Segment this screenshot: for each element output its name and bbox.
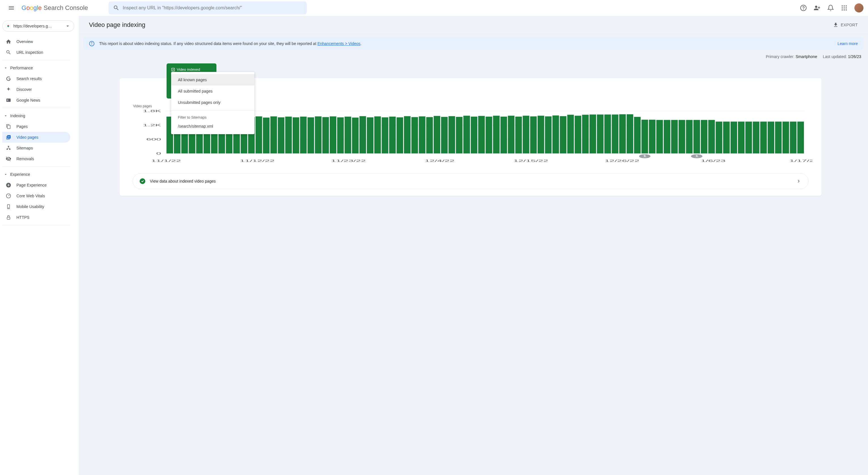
svg-rect-70	[426, 117, 433, 154]
nav-mobile-usability[interactable]: Mobile Usability	[2, 201, 70, 212]
chevron-down-icon	[3, 172, 8, 177]
dropdown-divider	[171, 110, 254, 111]
view-indexed-data-button[interactable]: View data about indexed video pages	[132, 173, 808, 189]
checkbox-icon	[171, 68, 175, 72]
property-url: https://developers.g…	[13, 24, 62, 28]
dropdown-option-unsubmitted[interactable]: Unsubmitted pages only	[171, 97, 254, 108]
main-header: Video page indexing EXPORT	[79, 16, 868, 34]
property-selector[interactable]: https://developers.g…	[2, 21, 74, 32]
svg-point-5	[846, 5, 847, 6]
svg-rect-50	[278, 117, 284, 154]
svg-point-25	[92, 42, 92, 43]
dropdown-sitemap-option[interactable]: /search/sitemap.xml	[171, 121, 254, 132]
nav-label: Sitemaps	[17, 146, 33, 150]
news-icon	[6, 97, 11, 103]
url-inspection-search[interactable]	[108, 1, 307, 14]
svg-text:Google: Google	[22, 4, 42, 11]
nav-label: HTTPS	[17, 215, 29, 220]
nav-removals[interactable]: Removals	[2, 154, 70, 164]
svg-rect-116	[768, 122, 774, 154]
svg-rect-67	[404, 116, 410, 154]
svg-point-10	[844, 9, 845, 10]
nav-pages[interactable]: Pages	[2, 121, 70, 132]
svg-rect-13	[7, 100, 8, 100]
svg-rect-85	[538, 116, 544, 154]
svg-rect-62	[367, 117, 373, 154]
nav-discover[interactable]: Discover	[2, 84, 70, 95]
svg-rect-52	[292, 117, 299, 154]
nav-search-results[interactable]: Search results	[2, 73, 70, 84]
nav-url-inspection[interactable]: URL inspection	[2, 47, 70, 58]
svg-rect-99	[641, 120, 648, 154]
svg-rect-71	[434, 116, 440, 154]
svg-text:1.8K: 1.8K	[143, 109, 161, 113]
svg-text:11/23/22: 11/23/22	[331, 159, 366, 163]
svg-text:600: 600	[146, 138, 161, 141]
person-add-icon	[814, 4, 820, 11]
learn-more-link[interactable]: Learn more	[837, 41, 858, 46]
nav-sitemaps[interactable]: Sitemaps	[2, 143, 70, 154]
hamburger-menu-button[interactable]	[4, 1, 18, 15]
dropdown-filter-header: Filter to Sitemaps	[171, 113, 254, 121]
svg-rect-97	[627, 114, 633, 154]
nav-section-performance[interactable]: Performance	[2, 63, 79, 73]
svg-text:1: 1	[694, 155, 699, 158]
nav-overview[interactable]: Overview	[2, 36, 70, 47]
svg-rect-109	[716, 122, 722, 154]
section-label: Performance	[10, 66, 33, 70]
nav-section-experience[interactable]: Experience	[2, 169, 79, 180]
home-icon	[6, 39, 11, 44]
svg-rect-91	[582, 115, 589, 154]
last-updated: Last updated: 1/26/23	[823, 54, 861, 59]
svg-rect-96	[619, 114, 626, 154]
search-input[interactable]	[123, 5, 302, 10]
svg-rect-75	[463, 116, 470, 154]
plus-circle-icon	[6, 182, 11, 188]
account-avatar[interactable]	[855, 3, 864, 12]
nav-google-news[interactable]: Google News	[2, 95, 70, 106]
svg-rect-82	[515, 116, 522, 154]
nav-page-experience[interactable]: Page Experience	[2, 180, 70, 191]
users-button[interactable]	[811, 2, 823, 13]
svg-rect-80	[501, 116, 507, 154]
svg-text:11/12/22: 11/12/22	[240, 159, 275, 163]
info-icon	[89, 41, 95, 46]
dropdown-option-all-known[interactable]: All known pages	[171, 74, 254, 86]
svg-rect-106	[693, 120, 700, 154]
svg-rect-105	[686, 120, 693, 154]
svg-rect-17	[9, 148, 10, 150]
svg-rect-77	[478, 116, 485, 154]
svg-rect-103	[671, 120, 678, 154]
svg-rect-14	[7, 101, 8, 101]
svg-rect-79	[493, 116, 499, 154]
speed-icon	[6, 193, 11, 199]
page-title: Video page indexing	[89, 21, 145, 29]
nav-section-indexing[interactable]: Indexing	[2, 110, 79, 121]
dropdown-option-all-submitted[interactable]: All submitted pages	[171, 86, 254, 97]
enhancements-link[interactable]: Enhancements > Videos	[317, 41, 360, 46]
svg-text:12/4/22: 12/4/22	[425, 159, 455, 163]
main-content: Video page indexing EXPORT This report i…	[79, 16, 868, 475]
svg-rect-65	[389, 116, 396, 154]
export-button[interactable]: EXPORT	[833, 22, 858, 28]
svg-point-11	[846, 9, 847, 10]
svg-rect-115	[761, 122, 767, 154]
svg-rect-59	[344, 116, 351, 154]
info-banner: This report is about video indexing stat…	[83, 37, 864, 50]
nav-video-pages[interactable]: Video pages	[2, 132, 70, 143]
help-button[interactable]	[798, 2, 809, 13]
nav-label: URL inspection	[17, 50, 43, 55]
apps-button[interactable]	[839, 2, 850, 13]
svg-point-3	[842, 5, 843, 6]
svg-rect-68	[411, 117, 418, 154]
svg-point-2	[803, 9, 804, 10]
nav-https[interactable]: HTTPS	[2, 212, 70, 223]
notifications-button[interactable]	[825, 2, 836, 13]
product-name: Search Console	[43, 4, 88, 11]
chevron-down-icon	[3, 66, 8, 70]
download-icon	[833, 22, 839, 28]
nav-core-web-vitals[interactable]: Core Web Vitals	[2, 191, 70, 201]
svg-rect-93	[597, 115, 603, 154]
svg-rect-78	[486, 116, 492, 154]
svg-rect-107	[701, 120, 707, 154]
